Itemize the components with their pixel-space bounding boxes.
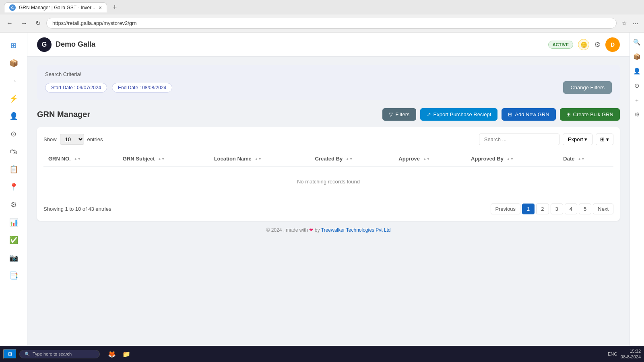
footer-company-link[interactable]: Treewalker Technologies Pvt Ltd [321,227,391,233]
coin-icon: 🪙 [578,39,589,50]
no-records-message: No matching records found [43,166,613,197]
right-panel-search[interactable]: 🔍 [632,37,643,48]
footer-copyright: © 2024 , made with [266,227,308,233]
page-content: Search Criteria! Start Date : 09/07/2024… [27,57,630,247]
table-controls: Show 10 25 50 100 entries Export [43,134,613,145]
sort-icon-created-by[interactable]: ▲▼ [346,157,353,161]
search-criteria-title: Search Criteria! [45,71,612,77]
taskbar-search[interactable]: 🔍 Type here to search [19,350,100,358]
taskbar-time: 15:32 08-8-2024 [621,348,641,360]
sidebar-icon-network[interactable]: ⚡ [6,90,22,107]
sidebar-icon-table[interactable]: 📑 [6,267,22,284]
previous-button[interactable]: Previous [491,204,521,214]
right-panel-user-circle[interactable]: ⊙ [632,80,643,91]
create-bulk-grn-button[interactable]: ⊞ Create Bulk GRN [560,108,620,121]
back-button[interactable]: ← [4,18,15,29]
taskbar-lang: ENG [608,352,617,356]
export-button[interactable]: Export ▾ [563,134,593,145]
sidebar-icon-store[interactable]: 🛍 [6,144,22,160]
no-records-row: No matching records found [43,166,613,197]
right-panel-box[interactable]: 📦 [632,51,643,62]
end-date-tag[interactable]: End Date : 08/08/2024 [112,83,172,93]
filters-label: Filters [395,111,409,117]
export-purchase-button[interactable]: ↗ Export Purchase Reciept [420,108,498,121]
tab-close-button[interactable]: × [99,4,102,11]
sort-icon-date[interactable]: ▲▼ [578,157,585,161]
logo: G Demo Galla [37,37,95,52]
taskbar-app-files[interactable]: 📁 [120,348,133,360]
taskbar-search-icon: 🔍 [25,352,30,357]
taskbar-search-text: Type here to search [33,352,72,356]
main-content: G Demo Galla ACTIVE 🪙 ⚙ D Search Criteri… [27,33,630,362]
add-new-grn-button[interactable]: ⊞ Add New GRN [502,108,555,121]
sidebar-icon-arrow[interactable]: → [6,73,22,89]
sidebar-icon-person[interactable]: 👤 [6,108,22,124]
sort-icon-grn-no[interactable]: ▲▼ [74,157,81,161]
sort-icon-location[interactable]: ▲▼ [254,157,262,161]
sidebar-icon-receipt[interactable]: 📋 [6,161,22,177]
tab-icon: G [9,4,16,11]
logo-initial: G [42,41,47,48]
page-button-5[interactable]: 5 [579,204,591,214]
sort-icon-grn-subject[interactable]: ▲▼ [158,157,165,161]
sidebar-icon-location[interactable]: 📍 [6,179,22,195]
col-created-by: Created By ▲▼ [310,152,394,166]
sidebar-icon-settings[interactable]: ⚙ [6,197,22,213]
pagination-info: Showing 1 to 10 of 43 entries [43,206,111,212]
entries-select[interactable]: 10 25 50 100 [60,134,84,145]
export-purchase-label: Export Purchase Reciept [433,111,491,117]
pagination-row: Showing 1 to 10 of 43 entries Previous 1… [43,204,613,214]
sidebar-icon-circle-person[interactable]: ⊙ [6,126,22,142]
next-button[interactable]: Next [593,204,613,214]
sidebar: ⊞ 📦 → ⚡ 👤 ⊙ 🛍 📋 📍 ⚙ 📊 ✅ 📷 📑 [0,33,27,362]
sort-icon-approve[interactable]: ▲▼ [423,157,430,161]
page-button-2[interactable]: 2 [536,204,549,214]
taskbar-date-value: 08-8-2024 [621,354,641,360]
new-tab-button[interactable]: + [110,2,120,12]
change-filters-button[interactable]: Change Filters [563,81,612,94]
right-panel-settings[interactable]: ⚙ [632,109,643,120]
app-container: ⊞ 📦 → ⚡ 👤 ⊙ 🛍 📋 📍 ⚙ 📊 ✅ 📷 📑 G Demo Galla… [0,33,644,362]
footer-heart: ❤ [309,227,313,233]
sidebar-icon-camera[interactable]: 📷 [6,250,22,266]
bookmark-button[interactable]: ☆ [620,18,628,29]
menu-button[interactable]: ⋯ [631,18,640,29]
refresh-button[interactable]: ↻ [33,18,43,29]
page-button-4[interactable]: 4 [565,204,577,214]
page-button-1[interactable]: 1 [522,204,535,214]
sidebar-icon-report[interactable]: 📊 [6,214,22,230]
dropdown-icon: ▾ [584,136,587,142]
taskbar-app-browser[interactable]: 🦊 [105,348,118,360]
add-icon: ⊞ [508,111,512,117]
col-grn-subject: GRN Subject ▲▼ [118,152,209,166]
header-actions: ▽ Filters ↗ Export Purchase Reciept ⊞ Ad… [382,108,620,121]
url-text: https://retail.galla.app/mystorev2/grn [52,20,611,26]
sort-icon-approved-by[interactable]: ▲▼ [507,157,514,161]
sidebar-icon-tasks[interactable]: ✅ [6,232,22,248]
search-criteria-box: Search Criteria! Start Date : 09/07/2024… [37,65,620,100]
filter-icon: ▽ [389,111,393,117]
view-toggle-button[interactable]: ⊞ ▾ [596,134,613,145]
taskbar-time-value: 15:32 [621,348,641,354]
tab-title: GRN Manager | Galla GST - Inver... [19,5,95,10]
col-location-name: Location Name ▲▼ [209,152,310,166]
settings-button[interactable]: ⚙ [594,40,601,49]
forward-button[interactable]: → [19,18,30,29]
avatar[interactable]: D [605,37,620,52]
start-button[interactable]: ⊞ [3,349,17,359]
page-button-3[interactable]: 3 [551,204,563,214]
url-bar[interactable]: https://retail.galla.app/mystorev2/grn [46,18,617,29]
filters-button[interactable]: ▽ Filters [382,108,416,121]
sidebar-icon-inventory[interactable]: 📦 [6,55,22,71]
col-date: Date ▲▼ [558,152,613,166]
browser-tab[interactable]: G GRN Manager | Galla GST - Inver... × [4,2,107,12]
sidebar-icon-dashboard[interactable]: ⊞ [6,37,22,53]
table-header-row: GRN NO. ▲▼ GRN Subject ▲▼ Location Name … [43,152,613,166]
taskbar-apps: 🦊 📁 [105,348,133,360]
right-panel-plus[interactable]: + [632,95,643,106]
create-bulk-label: Create Bulk GRN [573,111,613,117]
right-panel-person[interactable]: 👤 [632,66,643,77]
search-input[interactable] [479,134,559,145]
start-date-tag[interactable]: Start Date : 09/07/2024 [45,83,107,93]
show-entries: Show 10 25 50 100 entries [43,134,103,145]
